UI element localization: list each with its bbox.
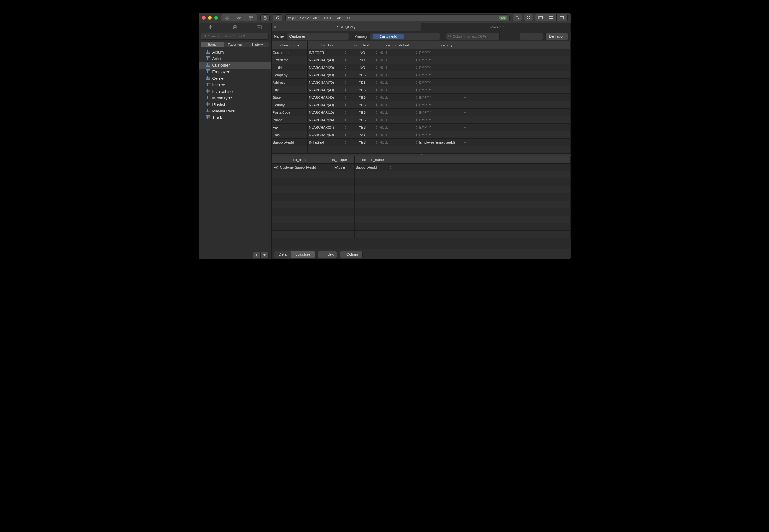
stepper-icon[interactable]: ▴▾ bbox=[416, 96, 417, 99]
segment-history[interactable]: History bbox=[246, 42, 269, 47]
cell-data-type[interactable]: NVARCHAR(40)▴▾ bbox=[308, 86, 347, 93]
column-row[interactable]: CompanyNVARCHAR(80)▴▾YES▴▾NULL▴▾EMPTY→ bbox=[272, 71, 571, 79]
sidebar-item-album[interactable]: Album bbox=[199, 49, 271, 55]
cell-nullable[interactable]: NO▴▾ bbox=[347, 49, 378, 56]
sliders-icon[interactable] bbox=[245, 14, 257, 21]
arrow-right-icon[interactable]: → bbox=[464, 111, 467, 114]
header-index-column[interactable]: column_name bbox=[355, 156, 392, 163]
segment-items[interactable]: Items bbox=[201, 42, 224, 47]
cell-default[interactable]: NULL▴▾ bbox=[378, 139, 418, 146]
column-row[interactable]: CustomerIdINTEGER▴▾NO▴▾NULL▴▾EMPTY→ bbox=[272, 49, 571, 56]
cell-foreign-key[interactable]: EMPTY→ bbox=[418, 71, 469, 78]
index-row[interactable]: IFK_CustomerSupportRepIdFALSE▴▾SupportRe… bbox=[272, 164, 571, 171]
column-search[interactable] bbox=[446, 33, 499, 40]
stepper-icon[interactable]: ▴▾ bbox=[376, 140, 377, 144]
cancel-icon[interactable] bbox=[222, 14, 233, 21]
cell-nullable[interactable]: YES▴▾ bbox=[347, 116, 378, 123]
stepper-icon[interactable]: ▴▾ bbox=[376, 133, 377, 137]
stepper-icon[interactable]: ▴▾ bbox=[376, 103, 377, 107]
stepper-icon[interactable]: ▴▾ bbox=[416, 140, 417, 144]
cell-nullable[interactable]: YES▴▾ bbox=[347, 94, 378, 101]
arrow-right-icon[interactable]: → bbox=[464, 73, 467, 77]
cell-column-name[interactable]: Address bbox=[272, 79, 308, 86]
bolt-icon[interactable] bbox=[208, 24, 214, 30]
tab-sql-query[interactable]: × SQL Query bbox=[272, 23, 421, 31]
cell-nullable[interactable]: NO▴▾ bbox=[347, 64, 378, 71]
header-is-nullable[interactable]: is_nullable bbox=[347, 41, 378, 49]
close-window-button[interactable] bbox=[202, 16, 206, 20]
primary-key-field[interactable]: CustomerId bbox=[370, 33, 440, 40]
sidebar-item-customer[interactable]: Customer bbox=[199, 62, 271, 69]
cell-nullable[interactable]: NO▴▾ bbox=[347, 131, 378, 138]
layout-bottom-icon[interactable] bbox=[546, 14, 556, 21]
cell-data-type[interactable]: NVARCHAR(24)▴▾ bbox=[308, 116, 347, 123]
cell-column-name[interactable]: Fax bbox=[272, 124, 308, 131]
zoom-window-button[interactable] bbox=[214, 16, 218, 20]
close-icon[interactable]: × bbox=[274, 25, 277, 30]
header-column-name[interactable]: column_name bbox=[272, 41, 308, 49]
sidebar-item-playlisttrack[interactable]: PlaylistTrack bbox=[199, 108, 271, 114]
arrow-right-icon[interactable]: → bbox=[464, 58, 467, 62]
cell-default[interactable]: NULL▴▾ bbox=[378, 131, 418, 138]
sidebar-item-invoice[interactable]: Invoice bbox=[199, 82, 271, 88]
layout-right-icon[interactable] bbox=[556, 14, 567, 21]
cell-data-type[interactable]: NVARCHAR(80)▴▾ bbox=[308, 71, 347, 78]
stepper-icon[interactable]: ▴▾ bbox=[416, 66, 417, 69]
grid-icon[interactable] bbox=[524, 14, 533, 21]
stepper-icon[interactable]: ▴▾ bbox=[416, 81, 417, 84]
cell-default[interactable]: NULL▴▾ bbox=[378, 49, 418, 56]
dropdown-button[interactable] bbox=[261, 252, 269, 258]
minimize-window-button[interactable] bbox=[208, 16, 212, 20]
stepper-icon[interactable]: ▴▾ bbox=[416, 73, 417, 77]
column-row[interactable]: FaxNVARCHAR(24)▴▾YES▴▾NULL▴▾EMPTY→ bbox=[272, 124, 571, 131]
cell-foreign-key[interactable]: EMPTY→ bbox=[418, 86, 469, 93]
cell-foreign-key[interactable]: EMPTY→ bbox=[418, 94, 469, 101]
cell-nullable[interactable]: YES▴▾ bbox=[347, 71, 378, 78]
cell-column-name[interactable]: Company bbox=[272, 71, 308, 78]
arrow-right-icon[interactable]: → bbox=[464, 96, 467, 99]
sidebar-item-track[interactable]: Track bbox=[199, 114, 271, 121]
cell-data-type[interactable]: INTEGER▴▾ bbox=[308, 139, 347, 146]
breadcrumb[interactable]: SQLite 3.27.2 : Nice : nice.db : Custome… bbox=[285, 14, 509, 21]
cell-column-name[interactable]: LastName bbox=[272, 64, 308, 71]
stepper-icon[interactable]: ▴▾ bbox=[345, 111, 346, 114]
cell-nullable[interactable]: YES▴▾ bbox=[347, 101, 378, 108]
arrow-right-icon[interactable]: → bbox=[464, 103, 467, 107]
cell-data-type[interactable]: NVARCHAR(70)▴▾ bbox=[308, 79, 347, 86]
database-icon[interactable] bbox=[232, 24, 238, 30]
cell-foreign-key[interactable]: EMPTY→ bbox=[418, 56, 469, 64]
arrow-right-icon[interactable]: → bbox=[464, 133, 467, 137]
stepper-icon[interactable]: ▴▾ bbox=[376, 118, 377, 122]
cell-data-type[interactable]: NVARCHAR(40)▴▾ bbox=[308, 56, 347, 64]
stepper-icon[interactable]: ▴▾ bbox=[376, 88, 377, 92]
refresh-icon[interactable] bbox=[273, 14, 282, 21]
cell-foreign-key[interactable]: EMPTY→ bbox=[418, 49, 469, 56]
segment-favorites[interactable]: Favorites bbox=[224, 42, 246, 47]
stepper-icon[interactable]: ▴▾ bbox=[376, 126, 377, 129]
header-foreign-key[interactable]: foreign_key bbox=[418, 41, 469, 49]
cell-column-name[interactable]: CustomerId bbox=[272, 49, 308, 56]
splitter[interactable] bbox=[272, 154, 571, 156]
arrow-right-icon[interactable]: → bbox=[464, 88, 467, 92]
cell-data-type[interactable]: NVARCHAR(60)▴▾ bbox=[308, 131, 347, 138]
stepper-icon[interactable]: ▴▾ bbox=[345, 81, 346, 84]
header-column-default[interactable]: column_default bbox=[378, 41, 418, 49]
cell-default[interactable]: NULL▴▾ bbox=[378, 64, 418, 71]
cell-column-name[interactable]: State bbox=[272, 94, 308, 101]
stepper-icon[interactable]: ▴▾ bbox=[345, 103, 346, 107]
sql-icon[interactable]: SQL bbox=[256, 24, 262, 30]
stepper-icon[interactable]: ▴▾ bbox=[345, 140, 346, 144]
tab-customer[interactable]: Customer bbox=[421, 23, 571, 31]
stepper-icon[interactable]: ▴▾ bbox=[345, 73, 346, 77]
add-index-button[interactable]: +Index bbox=[318, 251, 337, 258]
sidebar-item-artist[interactable]: Artist bbox=[199, 55, 271, 62]
arrow-right-icon[interactable]: → bbox=[464, 51, 467, 55]
cell-nullable[interactable]: YES▴▾ bbox=[347, 86, 378, 93]
stepper-icon[interactable]: ▴▾ bbox=[345, 126, 346, 129]
stepper-icon[interactable]: ▴▾ bbox=[345, 88, 346, 92]
stepper-icon[interactable]: ▴▾ bbox=[416, 133, 417, 137]
stepper-icon[interactable]: ▴▾ bbox=[376, 73, 377, 77]
column-row[interactable]: FirstNameNVARCHAR(40)▴▾NO▴▾NULL▴▾EMPTY→ bbox=[272, 56, 571, 64]
column-row[interactable]: AddressNVARCHAR(70)▴▾YES▴▾NULL▴▾EMPTY→ bbox=[272, 79, 571, 86]
sidebar-item-mediatype[interactable]: MediaType bbox=[199, 95, 271, 101]
